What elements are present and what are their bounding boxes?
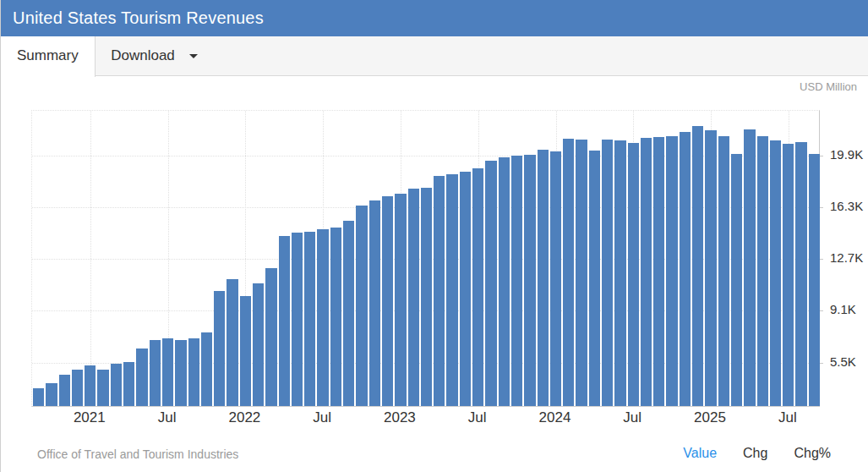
x-gridline [90, 111, 91, 406]
bar-2022-05[interactable] [292, 233, 303, 406]
bar-2023-06[interactable] [460, 172, 471, 406]
bar-2024-04[interactable] [589, 151, 600, 406]
bar-2022-06[interactable] [304, 232, 315, 406]
bar-2020-12[interactable] [72, 370, 83, 406]
x-axis-label: 2025 [694, 409, 726, 426]
bar-2021-03[interactable] [111, 364, 122, 406]
bar-2023-05[interactable] [446, 174, 457, 407]
x-axis-label: Jul [468, 409, 487, 426]
bar-2022-03[interactable] [265, 268, 276, 406]
bar-2022-11[interactable] [369, 200, 380, 406]
bar-2023-04[interactable] [434, 176, 445, 406]
footer-link-chg[interactable]: Chg [743, 446, 767, 461]
bar-2023-08[interactable] [485, 161, 496, 406]
bar-2022-07[interactable] [317, 229, 328, 406]
y-axis-label: 5.5K [830, 354, 856, 369]
bar-2023-03[interactable] [421, 188, 432, 406]
bar-2020-09[interactable] [33, 388, 44, 406]
title-bar: United States Tourism Revenues [1, 0, 868, 36]
x-axis-label: 2024 [539, 409, 571, 426]
bar-2020-11[interactable] [59, 375, 70, 406]
x-axis-label: Jul [778, 409, 797, 426]
bar-2022-08[interactable] [330, 228, 341, 406]
bar-2021-02[interactable] [97, 370, 108, 406]
bar-2025-03[interactable] [731, 154, 742, 406]
bar-2021-12[interactable] [227, 279, 237, 406]
bar-2023-12[interactable] [538, 150, 549, 406]
y-axis-label: 12.7K [830, 250, 863, 265]
tab-download-label: Download [111, 47, 175, 63]
page-title: United States Tourism Revenues [1, 0, 868, 36]
bar-2024-09[interactable] [653, 137, 664, 406]
y-axis-label: 16.3K [830, 199, 863, 213]
tab-summary-label: Summary [17, 47, 79, 63]
tab-summary[interactable]: Summary [1, 36, 96, 77]
x-axis-label: Jul [623, 409, 641, 426]
unit-label: USD Million [800, 80, 857, 93]
bar-2022-12[interactable] [382, 196, 393, 406]
bar-2022-10[interactable] [356, 206, 367, 406]
bar-2025-09[interactable] [809, 154, 820, 406]
bar-2025-06[interactable] [770, 140, 781, 406]
bar-2021-09[interactable] [188, 338, 199, 406]
y-axis-label: 9.1K [830, 302, 856, 316]
bar-2025-04[interactable] [744, 129, 755, 406]
bar-2021-06[interactable] [150, 340, 161, 406]
x-axis-label: 2021 [74, 409, 106, 426]
bar-2021-08[interactable] [175, 340, 186, 406]
tourism-revenues-widget: United States Tourism Revenues Summary D… [0, 0, 868, 472]
source-label: Office of Travel and Tourism Industries [37, 447, 238, 461]
bar-2020-10[interactable] [46, 383, 57, 406]
bar-2024-11[interactable] [680, 132, 691, 406]
bar-2025-07[interactable] [783, 144, 794, 406]
bar-2024-06[interactable] [614, 140, 625, 406]
bar-2022-01[interactable] [240, 296, 251, 406]
bar-2024-05[interactable] [602, 140, 613, 406]
bar-2023-11[interactable] [524, 155, 535, 406]
x-axis-label: 2023 [384, 409, 416, 426]
bar-chart-plot-area [31, 110, 820, 407]
x-axis-label: Jul [313, 409, 331, 426]
chevron-down-icon [189, 54, 198, 58]
bar-2025-08[interactable] [795, 142, 806, 406]
bar-2024-01[interactable] [550, 151, 561, 406]
footer-link-chgpct[interactable]: Chg% [794, 446, 831, 461]
bar-2021-01[interactable] [85, 365, 96, 406]
x-axis-label: Jul [158, 409, 177, 426]
bar-2024-02[interactable] [563, 139, 574, 406]
bar-2023-07[interactable] [472, 168, 483, 406]
tab-download[interactable]: Download [99, 36, 213, 77]
footer-link-value[interactable]: Value [683, 446, 717, 461]
bar-2024-12[interactable] [692, 126, 703, 407]
bar-2022-02[interactable] [253, 283, 264, 406]
y-axis-label: 19.9K [830, 147, 863, 162]
bar-2023-01[interactable] [395, 194, 406, 406]
bar-2022-09[interactable] [343, 221, 354, 406]
bar-2021-07[interactable] [162, 338, 173, 406]
bar-2022-04[interactable] [279, 236, 290, 406]
bar-2021-04[interactable] [123, 362, 134, 406]
bar-2023-02[interactable] [408, 189, 419, 406]
bar-2024-08[interactable] [641, 138, 652, 406]
bar-2024-07[interactable] [628, 143, 639, 406]
bar-2021-11[interactable] [214, 291, 225, 406]
footer-links: ValueChgChg% [683, 446, 831, 461]
bar-2025-02[interactable] [718, 136, 729, 406]
bar-2024-10[interactable] [666, 136, 677, 406]
tab-bar: Summary Download [1, 36, 868, 76]
x-axis-label: 2022 [228, 409, 260, 426]
bar-2023-09[interactable] [499, 157, 510, 406]
bar-2021-10[interactable] [201, 332, 212, 407]
bar-2024-03[interactable] [576, 140, 587, 406]
bar-2025-01[interactable] [705, 130, 716, 406]
bar-2023-10[interactable] [511, 156, 522, 406]
bar-2021-05[interactable] [136, 349, 147, 406]
bar-2025-05[interactable] [757, 136, 768, 406]
